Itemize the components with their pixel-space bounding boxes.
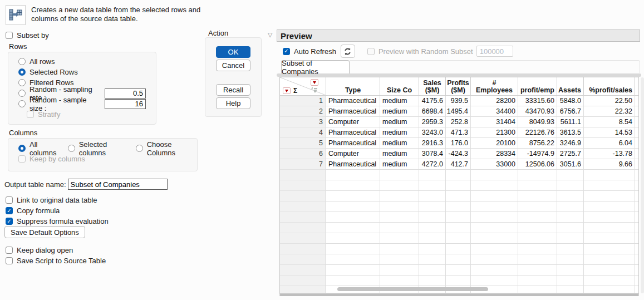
table-cell[interactable]: 2725.7 [557, 149, 584, 159]
preview-disclosure-icon[interactable]: ▽ [268, 31, 272, 38]
table-cell[interactable] [557, 180, 584, 191]
table-cell[interactable]: 2959.3 [419, 117, 446, 127]
table-cell[interactable]: 33000 [471, 159, 518, 170]
table-cell[interactable] [326, 191, 380, 201]
table-cell[interactable] [326, 254, 380, 265]
table-cell[interactable] [518, 212, 557, 223]
table-cell[interactable] [380, 212, 419, 223]
row-number-cell[interactable] [280, 212, 326, 223]
column-header-size-co[interactable]: Size Co [380, 77, 419, 96]
row-number-cell[interactable]: 1 [280, 96, 326, 106]
column-header-employees[interactable]: # Employees [471, 77, 518, 96]
table-cell[interactable]: 34400 [471, 106, 518, 117]
table-cell[interactable]: medium [380, 117, 419, 127]
table-cell[interactable] [419, 170, 446, 180]
table-cell[interactable]: medium [380, 127, 419, 138]
table-cell[interactable] [471, 170, 518, 180]
table-cell[interactable] [471, 191, 518, 201]
column-header-sales-m[interactable]: Sales ($M) [419, 77, 446, 96]
columns-menu-icon[interactable] [283, 87, 291, 94]
table-cell[interactable]: Computer [326, 117, 380, 127]
table-cell[interactable]: medium [380, 106, 419, 117]
row-number-cell[interactable] [280, 286, 326, 293]
table-cell[interactable] [518, 265, 557, 276]
table-cell[interactable] [471, 254, 518, 265]
vertical-scrollbar-track[interactable] [641, 77, 644, 293]
table-cell[interactable] [584, 254, 635, 265]
row-number-cell[interactable]: 3 [280, 117, 326, 127]
table-cell[interactable] [557, 212, 584, 223]
table-cell[interactable] [380, 201, 419, 212]
radio-selected-columns[interactable]: Selected columns [68, 143, 131, 154]
table-cell[interactable] [471, 244, 518, 254]
table-cell[interactable] [584, 212, 635, 223]
table-cell[interactable] [419, 233, 446, 244]
row-number-cell[interactable] [280, 244, 326, 254]
table-cell[interactable]: 5611.1 [557, 117, 584, 127]
table-cell[interactable] [446, 276, 471, 286]
table-cell[interactable] [446, 201, 471, 212]
checkbox-link-to-original-data-table[interactable]: Link to original data table [6, 195, 109, 205]
table-cell[interactable] [446, 180, 471, 191]
tab-subset-of-companies[interactable]: Subset of Companies [281, 60, 350, 73]
table-cell[interactable]: 6756.7 [557, 106, 584, 117]
table-cell[interactable]: 4272.0 [419, 159, 446, 170]
table-cell[interactable] [380, 244, 419, 254]
random-sampling-rate-input[interactable] [105, 88, 146, 99]
table-cell[interactable] [326, 276, 380, 286]
table-cell[interactable] [518, 223, 557, 233]
table-cell[interactable]: Computer [326, 149, 380, 159]
table-cell[interactable]: 1495.4 [446, 106, 471, 117]
row-number-cell[interactable]: 6 [280, 149, 326, 159]
table-cell[interactable] [419, 265, 446, 276]
table-cell[interactable]: medium [380, 159, 419, 170]
table-cell[interactable]: 28200 [471, 96, 518, 106]
table-cell[interactable] [471, 212, 518, 223]
table-cell[interactable] [380, 191, 419, 201]
table-cell[interactable] [326, 180, 380, 191]
table-cell[interactable] [557, 254, 584, 265]
table-cell[interactable] [557, 223, 584, 233]
table-cell[interactable] [326, 223, 380, 233]
table-cell[interactable] [380, 233, 419, 244]
table-cell[interactable] [446, 191, 471, 201]
table-cell[interactable]: 22.32 [584, 106, 635, 117]
table-cell[interactable]: Pharmaceutical [326, 96, 380, 106]
table-cell[interactable]: 471.3 [446, 127, 471, 138]
checkbox-save-script-to-source-table[interactable]: Save Script to Source Table [6, 255, 106, 266]
table-cell[interactable] [584, 170, 635, 180]
table-cell[interactable] [380, 254, 419, 265]
table-cell[interactable] [471, 233, 518, 244]
table-cell[interactable] [584, 244, 635, 254]
recall-button[interactable]: Recall [216, 84, 250, 96]
table-cell[interactable] [518, 180, 557, 191]
refresh-button[interactable] [341, 45, 355, 58]
table-cell[interactable] [518, 276, 557, 286]
table-cell[interactable] [518, 201, 557, 212]
table-cell[interactable] [584, 233, 635, 244]
table-cell[interactable] [557, 265, 584, 276]
table-cell[interactable] [326, 201, 380, 212]
table-cell[interactable]: -14974.9 [518, 149, 557, 159]
table-cell[interactable]: 28334 [471, 149, 518, 159]
table-cell[interactable] [380, 265, 419, 276]
table-cell[interactable]: 252.8 [446, 117, 471, 127]
table-cell[interactable]: 3051.6 [557, 159, 584, 170]
table-cell[interactable]: 8049.93 [518, 117, 557, 127]
table-cell[interactable] [446, 265, 471, 276]
radio-all-columns[interactable]: All columns [18, 143, 63, 154]
row-number-cell[interactable] [280, 276, 326, 286]
table-cell[interactable]: 412.7 [446, 159, 471, 170]
horizontal-scrollbar-thumb[interactable] [337, 287, 488, 291]
table-cell[interactable]: Pharmaceutical [326, 138, 380, 149]
table-cell[interactable]: 2916.3 [419, 138, 446, 149]
radio-choose-columns[interactable]: Choose Columns [136, 143, 197, 154]
output-table-name-input[interactable] [68, 179, 168, 190]
column-header-assets[interactable]: Assets [557, 77, 584, 96]
table-cell[interactable]: medium [380, 149, 419, 159]
table-cell[interactable] [518, 254, 557, 265]
table-cell[interactable]: medium [380, 138, 419, 149]
table-cell[interactable]: -424.3 [446, 149, 471, 159]
table-cell[interactable]: 12506.06 [518, 159, 557, 170]
row-number-cell[interactable] [280, 265, 326, 276]
